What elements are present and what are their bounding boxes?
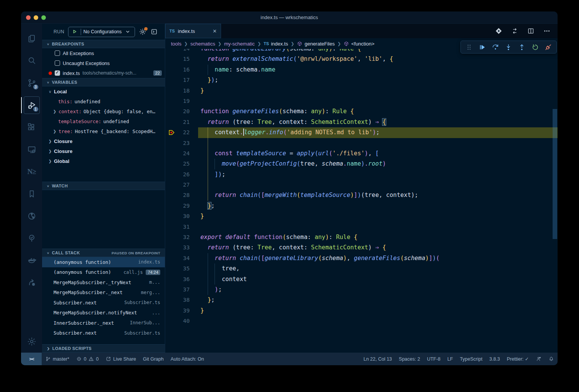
code-line-20[interactable]: 20function generateFiles(schema: any): R… bbox=[165, 106, 558, 117]
code-line-19[interactable]: 19 bbox=[165, 96, 558, 106]
code-line-35[interactable]: 35 tree, bbox=[165, 264, 558, 274]
editor-scrollbar[interactable] bbox=[552, 49, 558, 353]
watch-header[interactable]: ∨ WATCH bbox=[42, 182, 165, 190]
gutter[interactable] bbox=[165, 232, 178, 242]
code-line-28[interactable]: 28 return chain([mergeWith(templateSourc… bbox=[165, 190, 558, 200]
split-editor-icon[interactable] bbox=[527, 27, 535, 35]
call-stack-frame[interactable]: InnerSubscriber._nextInnerSub... bbox=[42, 318, 165, 328]
activity-item-run-debug[interactable]: 1 bbox=[23, 94, 41, 116]
call-stack-frame[interactable]: MergeMapSubscriber.notifyNext... bbox=[42, 308, 165, 318]
code-line-16[interactable]: 16 name: schema.name bbox=[165, 65, 558, 75]
code-line-22[interactable]: 22 context.logger.info('adding NOTES.md … bbox=[165, 127, 558, 138]
breakpoint-row[interactable]: All Exceptions bbox=[42, 48, 165, 58]
gutter[interactable] bbox=[165, 65, 178, 75]
gutter[interactable] bbox=[165, 295, 178, 305]
code-line-34[interactable]: 34 return chain([generateLibrary(schema)… bbox=[165, 253, 558, 264]
gutter[interactable] bbox=[165, 138, 178, 148]
call-stack-frame[interactable]: (anonymous function)call.js74:24 bbox=[42, 267, 165, 278]
activity-item-extensions[interactable] bbox=[23, 116, 41, 138]
breadcrumb-item[interactable]: generateFiles bbox=[297, 41, 335, 47]
activity-item-explorer[interactable] bbox=[23, 28, 41, 50]
gutter[interactable] bbox=[165, 190, 178, 200]
gutter[interactable] bbox=[165, 285, 178, 295]
status-live-share[interactable]: Live Share bbox=[102, 353, 140, 365]
activity-item-docker[interactable] bbox=[23, 249, 41, 272]
gutter[interactable] bbox=[165, 106, 178, 117]
breakpoints-header[interactable]: ∨ BREAKPOINTS bbox=[42, 40, 165, 48]
gutter[interactable] bbox=[165, 242, 178, 253]
code-line-33[interactable]: 33 return (tree: Tree, context: Schemati… bbox=[165, 242, 558, 253]
activity-item-remote-explorer[interactable] bbox=[23, 138, 41, 161]
variables-scope-closure[interactable]: ❯Closure bbox=[42, 136, 165, 146]
gutter[interactable] bbox=[165, 86, 178, 96]
configure-gear-button[interactable] bbox=[139, 28, 146, 36]
title-bar[interactable]: index.ts — wrkschematics bbox=[21, 11, 558, 24]
gutter[interactable] bbox=[165, 75, 178, 85]
launch-config-dropdown[interactable]: No Configurations bbox=[68, 27, 135, 37]
breadcrumb-item[interactable]: schematics bbox=[190, 41, 215, 47]
activity-item-settings[interactable] bbox=[23, 330, 41, 353]
step-over-button[interactable] bbox=[490, 42, 500, 52]
gutter[interactable] bbox=[165, 148, 178, 159]
gutter[interactable] bbox=[165, 211, 178, 221]
code-line-31[interactable]: 31 bbox=[165, 222, 558, 232]
code-line-39[interactable]: 39} bbox=[165, 306, 558, 316]
breakpoint-checkbox[interactable] bbox=[55, 60, 60, 66]
call-stack-frame[interactable]: MergeMapSubscriber._nextmerg... bbox=[42, 288, 165, 298]
gutter[interactable] bbox=[165, 96, 178, 106]
status-git-graph[interactable]: Git Graph bbox=[140, 353, 167, 365]
status-feedback[interactable] bbox=[532, 353, 545, 365]
status-auto-attach[interactable]: Auto Attach: On bbox=[167, 353, 208, 365]
gutter[interactable] bbox=[165, 253, 178, 264]
code-line-26[interactable]: 26 ]); bbox=[165, 169, 558, 180]
code-line-30[interactable]: 30} bbox=[165, 211, 558, 221]
open-changes-icon[interactable] bbox=[495, 27, 503, 35]
code-line-38[interactable]: 38 }; bbox=[165, 295, 558, 305]
more-actions-icon[interactable] bbox=[543, 27, 551, 35]
gutter[interactable] bbox=[165, 54, 178, 64]
gutter[interactable] bbox=[165, 222, 178, 232]
variable-row[interactable]: templateSource:undefined bbox=[42, 116, 165, 126]
variable-row[interactable]: ❯tree:HostTree {_backend: ScopedH… bbox=[42, 126, 165, 136]
call-stack-frame[interactable]: MergeMapSubscriber._tryNextm... bbox=[42, 277, 165, 288]
debug-console-button[interactable] bbox=[150, 28, 158, 36]
gutter[interactable] bbox=[165, 169, 178, 180]
status-problems[interactable]: 00 bbox=[73, 353, 102, 365]
code-line-18[interactable]: 18} bbox=[165, 86, 558, 96]
code-line-17[interactable]: 17 }); bbox=[165, 75, 558, 85]
remote-indicator[interactable]: >< bbox=[21, 353, 42, 365]
status-eol[interactable]: LF bbox=[444, 353, 457, 365]
call-stack-frame[interactable]: Subscriber.nextSubscriber.ts bbox=[42, 298, 165, 308]
variables-header[interactable]: ∨ VARIABLES bbox=[42, 78, 165, 86]
status-ts-version[interactable]: 3.8.3 bbox=[486, 353, 503, 365]
breakpoint-row[interactable]: index.tstools/schematics/my-sch...22 bbox=[42, 68, 165, 78]
call-stack-frame[interactable]: (anonymous function)index.ts bbox=[42, 257, 165, 267]
gutter[interactable] bbox=[165, 159, 178, 169]
status-cursor-position[interactable]: Ln 22, Col 13 bbox=[360, 353, 395, 365]
activity-item-nx-console[interactable]: N≥ bbox=[23, 161, 41, 183]
variables-scope-global[interactable]: ❯Global bbox=[42, 156, 165, 166]
breadcrumb-item[interactable]: TSindex.ts bbox=[263, 41, 288, 47]
close-tab-icon[interactable]: ✕ bbox=[213, 28, 217, 34]
code-line-25[interactable]: 25 move(getProjectConfig(tree, schema.na… bbox=[165, 159, 558, 169]
code-line-15[interactable]: 15 return externalSchematic('@nrwl/works… bbox=[165, 54, 558, 64]
activity-item-testing[interactable] bbox=[23, 227, 41, 249]
debug-current-line-breakpoint-icon[interactable] bbox=[165, 127, 178, 138]
status-prettier[interactable]: Prettier: ✓ bbox=[503, 353, 532, 365]
gutter[interactable] bbox=[165, 316, 178, 326]
start-debug-icon[interactable] bbox=[71, 28, 78, 36]
code-line-23[interactable]: 23 bbox=[165, 138, 558, 148]
breakpoint-checkbox[interactable] bbox=[55, 50, 60, 56]
variables-scope-closure[interactable]: ❯Closure bbox=[42, 146, 165, 156]
gutter[interactable] bbox=[165, 264, 178, 274]
activity-item-search[interactable] bbox=[23, 50, 41, 72]
status-language[interactable]: TypeScript bbox=[456, 353, 486, 365]
continue-button[interactable] bbox=[477, 42, 487, 52]
code-line-36[interactable]: 36 context bbox=[165, 274, 558, 285]
variable-row[interactable]: this:undefined bbox=[42, 96, 165, 106]
loaded-scripts-header[interactable]: ❯ LOADED SCRIPTS bbox=[42, 344, 165, 353]
gutter[interactable] bbox=[165, 274, 178, 285]
breadcrumb-item[interactable]: <function> bbox=[343, 41, 374, 47]
tab-index-ts[interactable]: TS index.ts ✕ bbox=[165, 24, 221, 38]
scrollbar-thumb[interactable] bbox=[553, 109, 557, 239]
